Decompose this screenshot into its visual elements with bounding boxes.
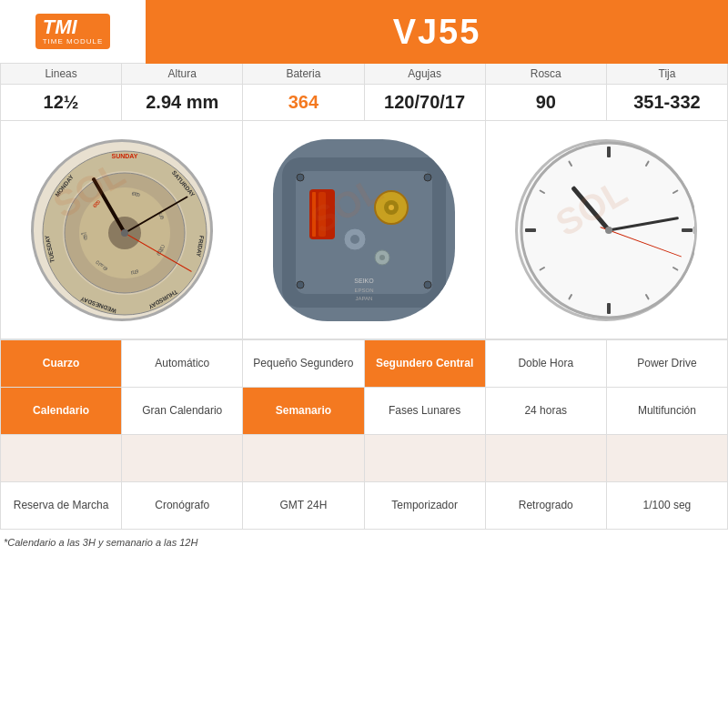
feature-power-drive: Power Drive (607, 340, 728, 388)
spec-col-bateria: Bateria 364 (243, 64, 364, 120)
page-container: TMI TIME MODULE VJ55 Lineas 12½ Altura 2… (0, 0, 728, 555)
svg-point-32 (350, 235, 359, 244)
spec-header-agujas: Agujas (365, 64, 485, 85)
svg-rect-45 (525, 228, 536, 232)
spec-value-lineas: 12½ (1, 85, 121, 120)
svg-rect-59 (693, 227, 694, 234)
feature-empty-1 (1, 435, 122, 482)
logo-box: TMI TIME MODULE (35, 14, 111, 49)
feature-semanario: Semanario (243, 388, 364, 435)
feature-empty-2 (122, 435, 243, 482)
dial-svg (518, 139, 694, 321)
feature-empty-3 (243, 435, 364, 482)
model-title: VJ55 (393, 13, 481, 52)
svg-rect-44 (607, 303, 611, 314)
spec-col-rosca: Rosca 90 (486, 64, 607, 120)
svg-point-39 (424, 174, 431, 181)
logo-subtitle: TIME MODULE (43, 37, 104, 46)
svg-text:EPSON: EPSON (354, 288, 373, 293)
svg-text:തി: തി (80, 232, 87, 241)
feature-fases-lunares: Fases Lunares (365, 388, 486, 435)
svg-rect-43 (607, 147, 611, 157)
feature-cronografo: Cronógrafo (122, 482, 243, 530)
feature-gmt: GMT 24H (243, 482, 364, 530)
watches-area: SUNDAY SATURDAY FRIDAY THURSDAY WEDNESDA… (0, 121, 728, 339)
spec-col-agujas: Agujas 120/70/17 (365, 64, 486, 120)
specs-table: Lineas 12½ Altura 2.94 mm Bateria 364 Ag… (0, 64, 728, 121)
feature-doble-hora: Doble Hora (486, 340, 607, 388)
movement-svg: SEIKO EPSON JAPAN (273, 139, 455, 321)
spec-value-rosca: 90 (486, 85, 606, 120)
feature-calendario: Calendario (1, 388, 122, 435)
svg-point-30 (389, 205, 394, 210)
spec-value-bateria: 364 (243, 85, 363, 120)
spec-header-bateria: Bateria (243, 64, 363, 85)
svg-point-41 (424, 281, 431, 288)
spec-col-tija: Tija 351-332 (607, 64, 727, 120)
feature-retrogrado: Retrogrado (486, 482, 607, 530)
watch-movement: SEIKO EPSON JAPAN SOL (273, 139, 455, 321)
spec-col-lineas: Lineas 12½ (1, 64, 122, 120)
feature-automatico: Automático (122, 340, 243, 388)
day-wheel-svg: SUNDAY SATURDAY FRIDAY THURSDAY WEDNESDA… (34, 142, 213, 321)
spec-header-tija: Tija (607, 64, 727, 85)
feature-reserva-marcha: Reserva de Marcha (1, 482, 122, 530)
feature-24horas: 24 horas (486, 388, 607, 435)
svg-rect-46 (682, 228, 693, 232)
svg-point-38 (297, 174, 304, 181)
watch-cell-1: SUNDAY SATURDAY FRIDAY THURSDAY WEDNESDA… (1, 121, 243, 339)
feature-empty-6 (607, 435, 728, 482)
svg-text:SUNDAY: SUNDAY (111, 153, 137, 159)
header: TMI TIME MODULE VJ55 (0, 0, 728, 64)
feature-segundero-central: Segundero Central (365, 340, 486, 388)
footer-note: *Calendario a las 3H y semanario a las 1… (0, 530, 728, 555)
model-area: VJ55 (146, 0, 728, 64)
feature-empty-5 (486, 435, 607, 482)
feature-pequeno-segundero: Pequeño Segundero (243, 340, 364, 388)
svg-point-34 (379, 255, 385, 260)
feature-cuarzo: Cuarzo (1, 340, 122, 388)
feature-empty-4 (365, 435, 486, 482)
watch-cell-3: SOL (486, 121, 727, 339)
feature-temporizador: Temporizador (365, 482, 486, 530)
svg-rect-27 (312, 192, 316, 237)
spec-value-altura: 2.94 mm (122, 85, 242, 120)
svg-text:JAPAN: JAPAN (356, 296, 373, 301)
spec-header-altura: Altura (122, 64, 242, 85)
spec-value-agujas: 120/70/17 (365, 85, 485, 120)
svg-text:SEIKO: SEIKO (354, 278, 374, 284)
spec-header-lineas: Lineas (1, 64, 121, 85)
svg-point-58 (605, 227, 612, 234)
spec-header-rosca: Rosca (486, 64, 606, 85)
watch-dial: SOL (515, 139, 697, 321)
svg-point-22 (121, 229, 128, 237)
features-grid: Cuarzo Automático Pequeño Segundero Segu… (0, 339, 728, 530)
feature-multifuncion: Multifunción (607, 388, 728, 435)
spec-value-tija: 351-332 (607, 85, 727, 120)
watch-face-1: SUNDAY SATURDAY FRIDAY THURSDAY WEDNESDA… (31, 139, 213, 321)
feature-1-100: 1/100 seg (607, 482, 728, 530)
svg-rect-26 (318, 192, 326, 237)
svg-point-40 (297, 281, 304, 288)
spec-col-altura: Altura 2.94 mm (122, 64, 243, 120)
logo-tmt: TMI (43, 17, 104, 37)
feature-gran-calendario: Gran Calendario (122, 388, 243, 435)
logo-area: TMI TIME MODULE (0, 0, 146, 64)
watch-cell-2: SEIKO EPSON JAPAN SOL (243, 121, 485, 339)
